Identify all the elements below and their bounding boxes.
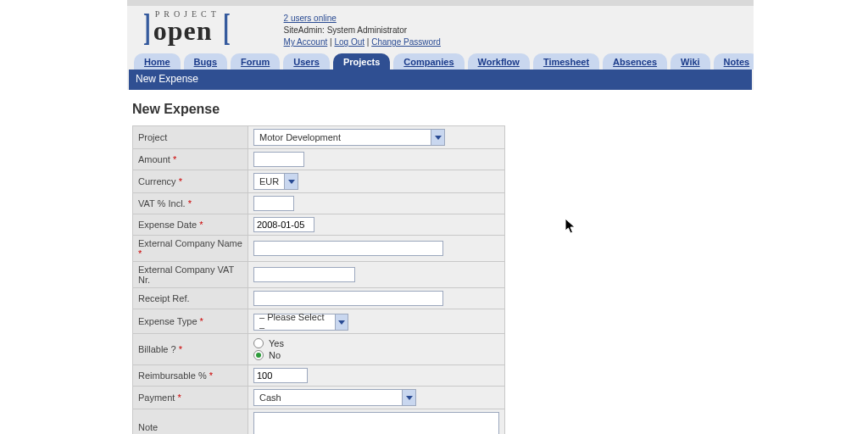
chevron-down-icon (402, 390, 415, 405)
label-reimb: Reimbursable % * (133, 365, 248, 387)
tab-workflow[interactable]: Workflow (468, 53, 530, 70)
content: New Expense Project Motor Development Am… (127, 90, 754, 434)
label-billable: Billable ? * (133, 334, 248, 365)
label-currency: Currency * (133, 170, 248, 193)
my-account-link[interactable]: My Account (284, 37, 328, 47)
tab-home[interactable]: Home (134, 53, 181, 70)
input-vat[interactable] (253, 196, 294, 211)
label-date: Expense Date * (133, 214, 248, 236)
label-receipt: Receipt Ref. (133, 288, 248, 309)
logo: ] PROJECT open [ (141, 9, 233, 47)
label-payment: Payment * (133, 387, 248, 409)
input-amount[interactable] (253, 152, 304, 167)
log-out-link[interactable]: Log Out (334, 37, 364, 47)
chevron-down-icon (284, 174, 298, 189)
radio-label-no: No (269, 350, 281, 360)
header: ] PROJECT open [ 2 users online SiteAdmi… (127, 6, 754, 53)
chevron-down-icon (335, 314, 348, 330)
label-note: Note (133, 409, 248, 435)
bracket-right-icon: [ (223, 13, 231, 42)
label-project: Project (133, 126, 248, 149)
radio-billable-yes[interactable] (253, 338, 264, 348)
select-type[interactable]: – Please Select – (253, 314, 348, 331)
page-title: New Expense (132, 102, 748, 117)
input-receipt[interactable] (253, 291, 443, 306)
page-bar: New Expense (129, 70, 752, 90)
header-links: 2 users online SiteAdmin: System Adminis… (284, 13, 441, 48)
label-type: Expense Type * (133, 309, 248, 334)
tab-projects[interactable]: Projects (333, 53, 390, 70)
radio-billable-no[interactable] (253, 350, 264, 360)
input-ext-name[interactable] (253, 241, 443, 256)
tab-companies[interactable]: Companies (393, 53, 464, 70)
nav-tabs: Home Bugs Forum Users Projects Companies… (127, 53, 754, 70)
input-ext-vat[interactable] (253, 267, 355, 282)
logo-big: open (153, 15, 220, 47)
select-project[interactable]: Motor Development (253, 129, 445, 146)
expense-form: Project Motor Development Amount * Curre… (132, 125, 505, 434)
top-strip (127, 0, 754, 6)
tab-absences[interactable]: Absences (603, 53, 667, 70)
change-password-link[interactable]: Change Password (371, 37, 441, 47)
label-amount: Amount * (133, 149, 248, 170)
tab-bugs[interactable]: Bugs (184, 53, 228, 70)
tab-notes[interactable]: Notes (714, 53, 754, 70)
bracket-left-icon: ] (143, 13, 151, 42)
radio-label-yes: Yes (269, 338, 284, 348)
site-admin-text: SiteAdmin: System Administrator (284, 25, 408, 35)
select-currency[interactable]: EUR (253, 173, 298, 190)
textarea-note[interactable] (253, 412, 499, 434)
label-ext-vat: External Company VAT Nr. (133, 262, 248, 288)
tab-timesheet[interactable]: Timesheet (533, 53, 599, 70)
tab-forum[interactable]: Forum (231, 53, 280, 70)
tab-users[interactable]: Users (283, 53, 330, 70)
users-online-link[interactable]: 2 users online (284, 14, 337, 23)
select-payment[interactable]: Cash (253, 389, 416, 406)
chevron-down-icon (431, 130, 444, 145)
input-reimb[interactable] (253, 368, 308, 383)
tab-wiki[interactable]: Wiki (670, 53, 710, 70)
label-ext-name: External Company Name * (133, 236, 248, 262)
label-vat: VAT % Incl. * (133, 193, 248, 214)
input-date[interactable] (253, 217, 314, 232)
